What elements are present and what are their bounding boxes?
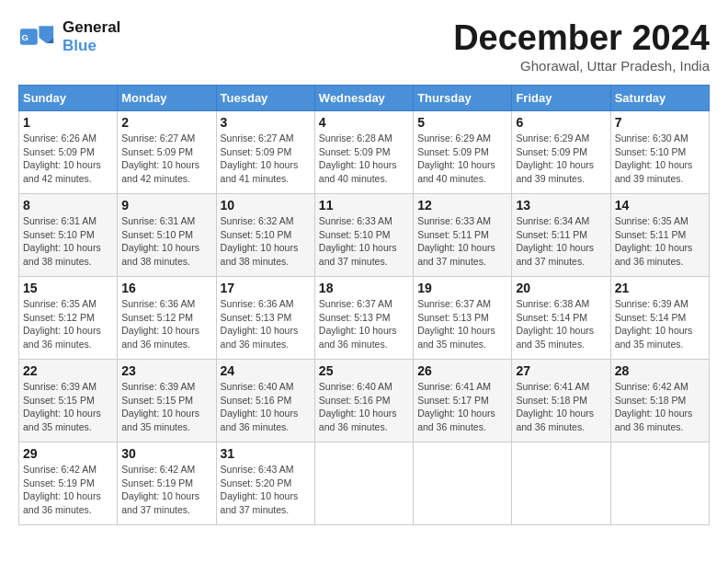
calendar-day-cell: 7Sunrise: 6:30 AM Sunset: 5:10 PM Daylig… bbox=[610, 111, 709, 194]
calendar-week-row: 8Sunrise: 6:31 AM Sunset: 5:10 PM Daylig… bbox=[19, 194, 710, 277]
day-info: Sunrise: 6:27 AM Sunset: 5:09 PM Dayligh… bbox=[121, 132, 211, 186]
day-info: Sunrise: 6:39 AM Sunset: 5:15 PM Dayligh… bbox=[121, 380, 211, 434]
calendar-day-cell: 19Sunrise: 6:37 AM Sunset: 5:13 PM Dayli… bbox=[414, 277, 512, 360]
calendar-header-cell: Thursday bbox=[414, 86, 512, 111]
calendar-day-cell: 22Sunrise: 6:39 AM Sunset: 5:15 PM Dayli… bbox=[19, 360, 118, 442]
day-info: Sunrise: 6:36 AM Sunset: 5:12 PM Dayligh… bbox=[121, 297, 211, 351]
calendar-day-cell: 25Sunrise: 6:40 AM Sunset: 5:16 PM Dayli… bbox=[314, 360, 413, 442]
day-info: Sunrise: 6:41 AM Sunset: 5:17 PM Dayligh… bbox=[417, 380, 507, 434]
day-info: Sunrise: 6:35 AM Sunset: 5:11 PM Dayligh… bbox=[615, 214, 705, 269]
day-number: 28 bbox=[615, 363, 705, 378]
day-number: 6 bbox=[516, 115, 606, 130]
calendar-week-row: 1Sunrise: 6:26 AM Sunset: 5:09 PM Daylig… bbox=[19, 111, 710, 194]
day-info: Sunrise: 6:42 AM Sunset: 5:18 PM Dayligh… bbox=[615, 380, 705, 434]
calendar-week-row: 15Sunrise: 6:35 AM Sunset: 5:12 PM Dayli… bbox=[19, 277, 710, 360]
calendar-day-cell: 31Sunrise: 6:43 AM Sunset: 5:20 PM Dayli… bbox=[216, 442, 314, 525]
day-number: 12 bbox=[417, 198, 507, 213]
day-info: Sunrise: 6:42 AM Sunset: 5:19 PM Dayligh… bbox=[121, 463, 211, 517]
day-info: Sunrise: 6:30 AM Sunset: 5:10 PM Dayligh… bbox=[615, 132, 705, 186]
day-number: 16 bbox=[121, 281, 211, 295]
day-info: Sunrise: 6:40 AM Sunset: 5:16 PM Dayligh… bbox=[221, 380, 311, 434]
day-info: Sunrise: 6:29 AM Sunset: 5:09 PM Dayligh… bbox=[417, 132, 507, 186]
calendar-header-cell: Monday bbox=[118, 86, 216, 111]
title-section: December 2024 Ghorawal, Uttar Pradesh, I… bbox=[453, 18, 710, 74]
day-number: 17 bbox=[221, 281, 311, 295]
day-info: Sunrise: 6:31 AM Sunset: 5:10 PM Dayligh… bbox=[23, 214, 113, 269]
day-number: 10 bbox=[221, 198, 311, 213]
svg-text:G: G bbox=[21, 31, 28, 41]
day-info: Sunrise: 6:39 AM Sunset: 5:14 PM Dayligh… bbox=[615, 297, 705, 351]
calendar-day-cell: 9Sunrise: 6:31 AM Sunset: 5:10 PM Daylig… bbox=[118, 194, 216, 277]
day-number: 23 bbox=[121, 363, 211, 378]
day-number: 11 bbox=[319, 198, 409, 213]
day-info: Sunrise: 6:32 AM Sunset: 5:10 PM Dayligh… bbox=[221, 214, 311, 269]
day-info: Sunrise: 6:33 AM Sunset: 5:11 PM Dayligh… bbox=[417, 214, 507, 269]
calendar-day-cell: 20Sunrise: 6:38 AM Sunset: 5:14 PM Dayli… bbox=[512, 277, 610, 360]
calendar-day-cell: 15Sunrise: 6:35 AM Sunset: 5:12 PM Dayli… bbox=[19, 277, 118, 360]
subtitle: Ghorawal, Uttar Pradesh, India bbox=[453, 58, 710, 74]
day-info: Sunrise: 6:31 AM Sunset: 5:10 PM Dayligh… bbox=[121, 214, 211, 269]
calendar-day-cell: 3Sunrise: 6:27 AM Sunset: 5:09 PM Daylig… bbox=[216, 111, 314, 194]
day-number: 7 bbox=[615, 115, 705, 130]
calendar-day-cell bbox=[314, 442, 413, 525]
day-number: 30 bbox=[121, 446, 211, 461]
calendar-day-cell: 16Sunrise: 6:36 AM Sunset: 5:12 PM Dayli… bbox=[118, 277, 216, 360]
day-number: 25 bbox=[319, 363, 409, 378]
day-number: 2 bbox=[121, 115, 211, 130]
calendar-header-cell: Saturday bbox=[610, 86, 709, 111]
day-number: 15 bbox=[23, 281, 113, 295]
day-info: Sunrise: 6:35 AM Sunset: 5:12 PM Dayligh… bbox=[23, 297, 113, 351]
calendar-week-row: 29Sunrise: 6:42 AM Sunset: 5:19 PM Dayli… bbox=[19, 442, 710, 525]
day-info: Sunrise: 6:26 AM Sunset: 5:09 PM Dayligh… bbox=[23, 132, 113, 186]
calendar-day-cell: 23Sunrise: 6:39 AM Sunset: 5:15 PM Dayli… bbox=[118, 360, 216, 442]
calendar-day-cell: 2Sunrise: 6:27 AM Sunset: 5:09 PM Daylig… bbox=[118, 111, 216, 194]
calendar-day-cell: 14Sunrise: 6:35 AM Sunset: 5:11 PM Dayli… bbox=[610, 194, 709, 277]
calendar-day-cell bbox=[414, 442, 512, 525]
calendar-day-cell: 10Sunrise: 6:32 AM Sunset: 5:10 PM Dayli… bbox=[216, 194, 314, 277]
day-number: 29 bbox=[23, 446, 113, 461]
day-number: 19 bbox=[417, 281, 507, 295]
calendar-table: SundayMondayTuesdayWednesdayThursdayFrid… bbox=[18, 85, 710, 525]
calendar-day-cell: 28Sunrise: 6:42 AM Sunset: 5:18 PM Dayli… bbox=[610, 360, 709, 442]
day-number: 5 bbox=[417, 115, 507, 130]
day-info: Sunrise: 6:33 AM Sunset: 5:10 PM Dayligh… bbox=[319, 214, 409, 269]
calendar-day-cell: 27Sunrise: 6:41 AM Sunset: 5:18 PM Dayli… bbox=[512, 360, 610, 442]
day-info: Sunrise: 6:42 AM Sunset: 5:19 PM Dayligh… bbox=[23, 463, 113, 517]
day-number: 20 bbox=[516, 281, 606, 295]
calendar-day-cell bbox=[610, 442, 709, 525]
calendar-day-cell: 30Sunrise: 6:42 AM Sunset: 5:19 PM Dayli… bbox=[118, 442, 216, 525]
calendar-day-cell: 12Sunrise: 6:33 AM Sunset: 5:11 PM Dayli… bbox=[414, 194, 512, 277]
calendar-day-cell bbox=[512, 442, 610, 525]
calendar-week-row: 22Sunrise: 6:39 AM Sunset: 5:15 PM Dayli… bbox=[19, 360, 710, 442]
logo-icon: G bbox=[18, 23, 55, 51]
calendar-day-cell: 26Sunrise: 6:41 AM Sunset: 5:17 PM Dayli… bbox=[414, 360, 512, 442]
calendar-day-cell: 29Sunrise: 6:42 AM Sunset: 5:19 PM Dayli… bbox=[19, 442, 118, 525]
day-info: Sunrise: 6:29 AM Sunset: 5:09 PM Dayligh… bbox=[516, 132, 606, 186]
day-number: 13 bbox=[516, 198, 606, 213]
calendar-header-cell: Friday bbox=[512, 86, 610, 111]
header: G General Blue December 2024 Ghorawal, U… bbox=[18, 18, 710, 74]
day-info: Sunrise: 6:27 AM Sunset: 5:09 PM Dayligh… bbox=[221, 132, 311, 186]
calendar-day-cell: 18Sunrise: 6:37 AM Sunset: 5:13 PM Dayli… bbox=[314, 277, 413, 360]
day-number: 22 bbox=[23, 363, 113, 378]
day-number: 26 bbox=[417, 363, 507, 378]
calendar-header-cell: Tuesday bbox=[216, 86, 314, 111]
calendar-day-cell: 8Sunrise: 6:31 AM Sunset: 5:10 PM Daylig… bbox=[19, 194, 118, 277]
day-number: 4 bbox=[319, 115, 409, 130]
day-info: Sunrise: 6:37 AM Sunset: 5:13 PM Dayligh… bbox=[319, 297, 409, 351]
calendar-header-cell: Sunday bbox=[19, 86, 118, 111]
day-number: 1 bbox=[23, 115, 113, 130]
day-number: 27 bbox=[516, 363, 606, 378]
calendar-day-cell: 21Sunrise: 6:39 AM Sunset: 5:14 PM Dayli… bbox=[610, 277, 709, 360]
day-number: 14 bbox=[615, 198, 705, 213]
day-number: 9 bbox=[121, 198, 211, 213]
day-number: 8 bbox=[23, 198, 113, 213]
calendar-day-cell: 13Sunrise: 6:34 AM Sunset: 5:11 PM Dayli… bbox=[512, 194, 610, 277]
day-number: 18 bbox=[319, 281, 409, 295]
calendar-header-row: SundayMondayTuesdayWednesdayThursdayFrid… bbox=[19, 86, 710, 111]
day-info: Sunrise: 6:39 AM Sunset: 5:15 PM Dayligh… bbox=[23, 380, 113, 434]
logo-line2: Blue bbox=[63, 37, 120, 55]
calendar-header-cell: Wednesday bbox=[314, 86, 413, 111]
day-number: 3 bbox=[221, 115, 311, 130]
calendar-body: 1Sunrise: 6:26 AM Sunset: 5:09 PM Daylig… bbox=[19, 111, 710, 525]
